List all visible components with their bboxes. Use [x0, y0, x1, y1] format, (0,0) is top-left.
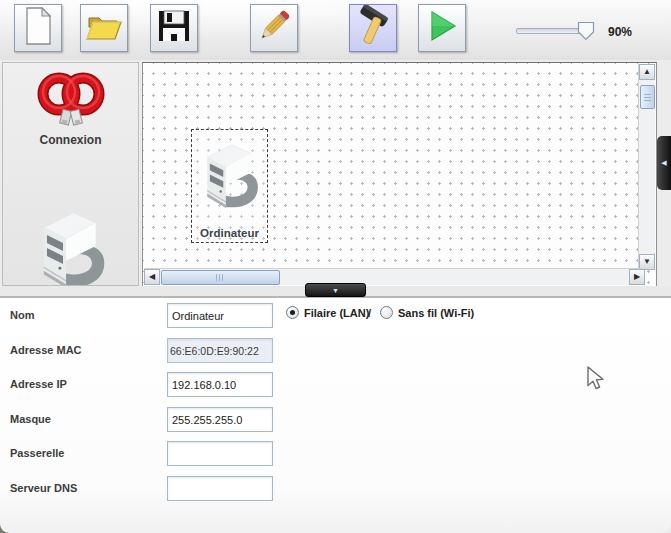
field-label-passerelle: Passerelle [10, 447, 64, 459]
config-panel-toggle[interactable]: ▼ [305, 283, 366, 297]
palette-item-ordinateur[interactable]: Ordinateur [3, 205, 138, 286]
vertical-scroll-thumb[interactable] [640, 85, 655, 109]
arrow-left-icon: ◀ [149, 273, 155, 281]
canvas-node-label: Ordinateur [192, 227, 267, 239]
build-mode-button[interactable] [349, 4, 397, 52]
right-panel-toggle[interactable]: ◀ [657, 136, 671, 190]
arrow-up-icon: ▲ [643, 68, 651, 76]
hammer-icon [353, 5, 393, 51]
scroll-left-button[interactable]: ◀ [144, 269, 160, 285]
arrow-left-icon: ◀ [661, 159, 666, 167]
simulation-mode-button[interactable] [418, 4, 466, 52]
save-button[interactable] [150, 4, 198, 52]
open-file-button[interactable] [80, 4, 128, 52]
field-label-masque: Masque [10, 413, 51, 425]
radio-sans-fil-wifi[interactable] [380, 306, 393, 319]
arrow-down-icon: ▼ [643, 258, 651, 266]
serveur-dns-input[interactable] [167, 476, 273, 501]
open-folder-icon [84, 8, 124, 48]
zoom-slider-thumb[interactable] [577, 21, 595, 45]
arrow-down-icon: ▼ [332, 287, 339, 294]
vertical-scrollbar[interactable]: ▲ ▼ [638, 64, 655, 270]
cable-icon [29, 114, 113, 131]
nom-input[interactable] [167, 303, 273, 328]
pencil-icon [254, 6, 294, 50]
config-panel: Nom Adresse MAC Adresse IP Masque Passer… [0, 298, 671, 533]
field-label-adresse-ip: Adresse IP [10, 378, 67, 390]
horizontal-scrollbar[interactable]: ◀ ▶ [144, 268, 645, 285]
field-label-adresse-mac: Adresse MAC [10, 344, 82, 356]
design-mode-button[interactable] [250, 4, 298, 52]
arrow-right-icon: ▶ [634, 273, 640, 281]
play-icon [424, 8, 460, 48]
radio-label-sans-fil-wifi: Sans fil (Wi-Fi) [398, 307, 474, 319]
scroll-up-button[interactable]: ▲ [639, 64, 655, 80]
masque-input[interactable] [167, 407, 273, 432]
save-icon [155, 7, 193, 49]
canvas-node-ordinateur[interactable]: Ordinateur [191, 129, 268, 243]
field-label-nom: Nom [10, 309, 34, 321]
filius-window: 90% Connexion [0, 0, 671, 533]
new-file-icon [19, 5, 57, 51]
adresse-ip-input[interactable] [167, 372, 273, 397]
field-label-serveur-dns: Serveur DNS [10, 482, 77, 494]
toolbar: 90% [0, 0, 671, 60]
palette-label-connexion: Connexion [3, 133, 138, 147]
radio-label-filaire-lan: Filaire (LAN) [304, 307, 369, 319]
component-palette: Connexion Ordinateur [2, 62, 139, 286]
computer-icon [199, 204, 261, 221]
passerelle-input[interactable] [167, 441, 273, 466]
horizontal-scroll-thumb[interactable] [161, 270, 280, 285]
palette-item-connexion[interactable]: Connexion [3, 68, 138, 203]
adresse-mac-input[interactable] [167, 338, 273, 363]
scroll-right-button[interactable]: ▶ [629, 269, 645, 285]
zoom-value-label: 90% [608, 25, 632, 39]
radio-separator: / [368, 307, 371, 319]
radio-filaire-lan[interactable] [286, 306, 299, 319]
new-file-button[interactable] [14, 4, 62, 52]
network-canvas[interactable]: Ordinateur ▲ ▼ ◀ ▶ [142, 62, 657, 287]
